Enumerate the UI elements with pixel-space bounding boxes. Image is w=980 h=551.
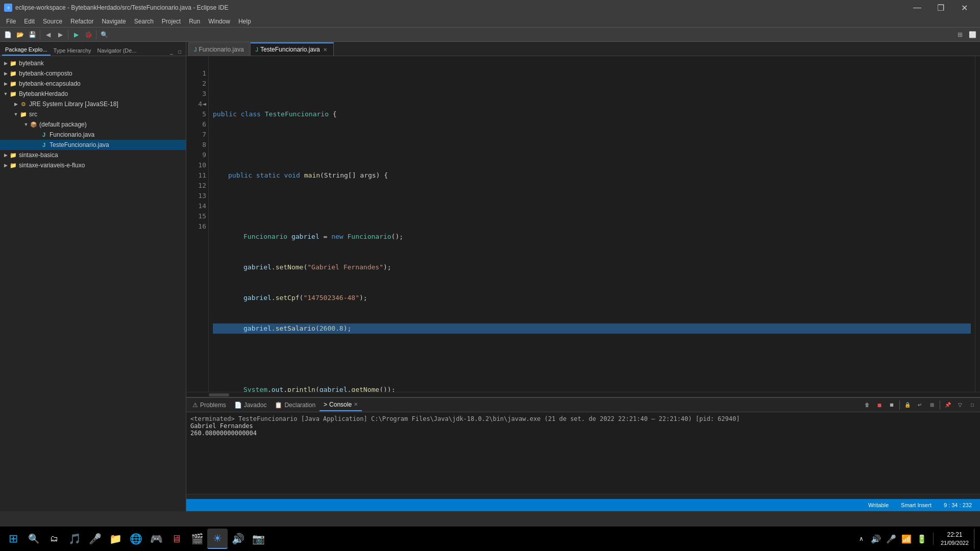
save-button[interactable]: 💾 (27, 29, 38, 40)
tab-testefuncionario-java[interactable]: J TesteFuncionario.java ✕ (250, 42, 334, 56)
console-output-line2: 260.08000000000004 (190, 430, 976, 437)
maximize-button[interactable]: ❐ (929, 0, 952, 15)
tray-microphone[interactable]: 🎤 (885, 529, 897, 549)
horizontal-scrollbar-console[interactable] (186, 494, 980, 499)
sidebar-tab-package-explorer[interactable]: Package Explo... (2, 44, 51, 56)
menu-refactor[interactable]: Refactor (66, 17, 97, 26)
back-button[interactable]: ◀ (42, 29, 54, 40)
tab-console[interactable]: > Console ✕ (320, 399, 362, 411)
clock-time-date[interactable]: 22:21 21/09/2022 (939, 531, 971, 546)
menu-edit[interactable]: Edit (20, 17, 39, 26)
tree-item-bytebank-encapsulado[interactable]: ▶ 📁 bytebank-encapsulado (0, 79, 186, 89)
tree-label-funcionario-java: Funcionario.java (50, 131, 94, 138)
tree-arrow-jre: ▶ (12, 102, 19, 107)
tree-arrow-sintaxe-variaveis: ▶ (2, 163, 9, 168)
menu-run[interactable]: Run (185, 17, 204, 26)
tab-label-testefuncionario: TesteFuncionario.java (260, 46, 320, 53)
menu-help[interactable]: Help (234, 17, 255, 26)
tree-item-sintaxe-basica[interactable]: ▶ 📁 sintaxe-basica (0, 150, 186, 160)
forward-button[interactable]: ▶ (55, 29, 66, 40)
taskbar-app2[interactable]: 🎤 (85, 529, 105, 549)
status-bar: Writable Smart Insert 9 : 34 : 232 (186, 499, 980, 511)
sidebar-maximize-button[interactable]: □ (176, 47, 184, 56)
taskbar-browser[interactable]: 🌐 (126, 529, 146, 549)
tray-wifi[interactable]: 📶 (900, 529, 913, 549)
taskbar-app1[interactable]: 🎵 (64, 529, 85, 549)
tree-item-jre[interactable]: ▶ ⚙ JRE System Library [JavaSE-18] (0, 99, 186, 109)
menu-navigate[interactable]: Navigate (97, 17, 130, 26)
taskbar-app6[interactable]: 🔊 (228, 529, 248, 549)
console-pin-button[interactable]: 📌 (942, 399, 953, 411)
tree-label-bytebank-encapsulado: bytebank-encapsulado (19, 80, 81, 87)
tree-item-sintaxe-variaveis[interactable]: ▶ 📁 sintaxe-variaveis-e-fluxo (0, 160, 186, 170)
tree-label-default-package: (default package) (39, 121, 87, 128)
code-content[interactable]: public class TesteFuncionario { public s… (209, 56, 975, 392)
console-scroll-lock-button[interactable]: 🔒 (902, 399, 913, 411)
tab-javadoc[interactable]: 📄 Javadoc (230, 399, 271, 411)
console-stop-button[interactable]: ■ (874, 399, 885, 411)
show-desktop-button[interactable] (974, 529, 977, 549)
start-button[interactable]: ⊞ (3, 529, 23, 549)
console-collapse-button[interactable]: ▽ (954, 399, 966, 411)
console-word-wrap-button[interactable]: ↵ (914, 399, 925, 411)
tree-item-testefuncionario-java[interactable]: ▶ J TesteFuncionario.java (0, 140, 186, 150)
tree-item-default-package[interactable]: ▼ 📦 (default package) (0, 119, 186, 130)
console-open-console-button[interactable]: ⊞ (926, 399, 938, 411)
menu-search[interactable]: Search (130, 17, 158, 26)
tree-item-src[interactable]: ▼ 📁 src (0, 109, 186, 119)
maximize-view-button[interactable]: ⬜ (967, 29, 978, 40)
close-button[interactable]: ✕ (952, 0, 976, 15)
horizontal-scrollbar-editor[interactable] (186, 392, 980, 397)
tab-problems[interactable]: ⚠ Problems (188, 399, 230, 411)
perspectives-button[interactable]: ⊞ (954, 29, 966, 40)
folder-icon-sintaxe-variaveis: 📁 (9, 161, 17, 169)
title-text: eclipse-workspace - BytebankHerdado/src/… (15, 4, 229, 11)
tree-label-sintaxe-basica: sintaxe-basica (19, 152, 58, 159)
file-tree: ▶ 📁 bytebank ▶ 📁 bytebank-composto ▶ 📁 b… (0, 56, 186, 511)
debug-button[interactable]: 🐞 (83, 29, 94, 40)
taskbar-camera[interactable]: 📷 (248, 529, 268, 549)
open-button[interactable]: 📂 (14, 29, 26, 40)
sidebar-tab-navigator[interactable]: Navigator (De... (94, 45, 140, 56)
tray-show-hidden[interactable]: ∧ (856, 529, 867, 549)
taskbar-app3[interactable]: 🎮 (146, 529, 166, 549)
vertical-scrollbar[interactable] (975, 56, 980, 392)
tray-volume[interactable]: 🔊 (870, 529, 882, 549)
taskbar-search-button[interactable]: 🔍 (23, 529, 44, 549)
run-button[interactable]: ▶ (70, 29, 82, 40)
tree-arrow-bytebank-composto: ▶ (2, 71, 9, 76)
tab-close-testefuncionario[interactable]: ✕ (322, 47, 328, 53)
menu-source[interactable]: Source (39, 17, 66, 26)
taskbar-file-explorer[interactable]: 📁 (105, 529, 126, 549)
minimize-button[interactable]: — (905, 0, 929, 15)
sidebar-tab-type-hierarchy[interactable]: Type Hierarchy (51, 45, 94, 56)
console-maximize-button[interactable]: □ (967, 399, 978, 411)
tree-arrow-default-package: ▼ (22, 122, 30, 127)
tree-item-funcionario-java[interactable]: ▶ J Funcionario.java (0, 130, 186, 140)
tree-item-bytebankHerdado[interactable]: ▼ 📁 BytebankHerdado (0, 89, 186, 99)
console-tab-close[interactable]: ✕ (354, 402, 358, 407)
tree-arrow-src: ▼ (12, 112, 19, 117)
java-icon-funcionario: J (40, 131, 48, 139)
console-terminate-button[interactable]: ⏹ (886, 399, 897, 411)
tree-item-bytebank[interactable]: ▶ 📁 bytebank (0, 58, 186, 68)
tab-icon-testefuncionario: J (256, 46, 259, 53)
task-view-button[interactable]: 🗂 (44, 529, 64, 549)
console-clear-button[interactable]: 🗑 (862, 399, 873, 411)
toolbar: 📄 📂 💾 ◀ ▶ ▶ 🐞 🔍 ⊞ ⬜ (0, 28, 980, 42)
search-toolbar-button[interactable]: 🔍 (99, 29, 110, 40)
tray-battery[interactable]: 🔋 (916, 529, 928, 549)
folder-icon-bytebank-composto: 📁 (9, 69, 17, 78)
tab-funcionario-java[interactable]: J Funcionario.java (188, 42, 250, 56)
taskbar-app5[interactable]: 🎬 (187, 529, 207, 549)
code-editor[interactable]: 1 2 3 4◄ 5 6 7 8 9 10 11 12 13 14 15 16 … (186, 56, 980, 392)
menu-project[interactable]: Project (158, 17, 185, 26)
tree-item-bytebank-composto[interactable]: ▶ 📁 bytebank-composto (0, 68, 186, 79)
taskbar-app4[interactable]: 🖥 (166, 529, 187, 549)
tab-declaration[interactable]: 📋 Declaration (271, 399, 320, 411)
sidebar-minimize-button[interactable]: _ (167, 47, 176, 56)
taskbar-eclipse[interactable]: ☀ (207, 529, 228, 549)
menu-window[interactable]: Window (204, 17, 234, 26)
menu-file[interactable]: File (2, 17, 20, 26)
new-button[interactable]: 📄 (2, 29, 13, 40)
